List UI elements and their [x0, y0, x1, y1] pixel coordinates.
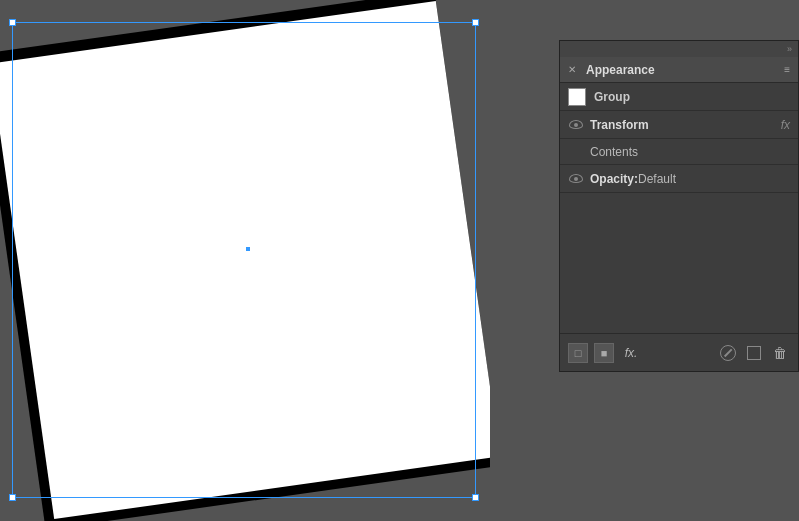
fx-icon: fx. [625, 346, 638, 360]
add-new-stroke-button[interactable]: ■ [594, 343, 614, 363]
eye-shape-opacity [569, 174, 583, 183]
duplicate-icon [747, 346, 761, 360]
handle-bottom-right[interactable] [472, 494, 479, 501]
appearance-panel: » ✕ Appearance ≡ Group Transform fx Cont… [559, 40, 799, 372]
clear-appearance-button[interactable] [718, 343, 738, 363]
transform-row[interactable]: Transform fx [560, 111, 798, 139]
add-stroke-icon: ■ [601, 347, 608, 359]
trash-icon: 🗑 [773, 345, 787, 361]
add-new-fill-button[interactable]: □ [568, 343, 588, 363]
center-point [246, 247, 250, 251]
panel-top-bar: » [560, 41, 798, 57]
transform-fx-label[interactable]: fx [781, 118, 790, 132]
panel-close-button[interactable]: ✕ [568, 64, 576, 75]
group-row[interactable]: Group [560, 83, 798, 111]
collapse-arrows-icon[interactable]: » [787, 44, 792, 54]
handle-top-right[interactable] [472, 19, 479, 26]
transform-label: Transform [590, 118, 781, 132]
contents-row[interactable]: Contents [560, 139, 798, 165]
selection-box [12, 22, 476, 498]
panel-title: Appearance [582, 63, 784, 77]
panel-footer: □ ■ fx. 🗑 [560, 333, 798, 371]
opacity-value[interactable]: Default [638, 172, 676, 186]
canvas-area [0, 0, 490, 521]
panel-body: Group Transform fx Contents Opacity: [560, 83, 798, 333]
opacity-label: Opacity: [590, 172, 638, 186]
eye-shape [569, 120, 583, 129]
handle-bottom-left[interactable] [9, 494, 16, 501]
duplicate-item-button[interactable] [744, 343, 764, 363]
add-effect-button[interactable]: fx. [620, 343, 642, 363]
group-label: Group [594, 90, 630, 104]
delete-item-button[interactable]: 🗑 [770, 343, 790, 363]
eye-pupil [574, 123, 578, 127]
contents-label: Contents [590, 145, 638, 159]
panel-header: ✕ Appearance ≡ [560, 57, 798, 83]
transform-visibility-icon[interactable] [568, 120, 584, 130]
add-fill-icon: □ [575, 347, 582, 359]
group-swatch [568, 88, 586, 106]
opacity-visibility-icon[interactable] [568, 174, 584, 184]
handle-top-left[interactable] [9, 19, 16, 26]
panel-menu-button[interactable]: ≡ [784, 64, 790, 75]
panel-spacer [560, 193, 798, 333]
eye-pupil-opacity [574, 177, 578, 181]
clear-icon [720, 345, 736, 361]
opacity-row[interactable]: Opacity: Default [560, 165, 798, 193]
